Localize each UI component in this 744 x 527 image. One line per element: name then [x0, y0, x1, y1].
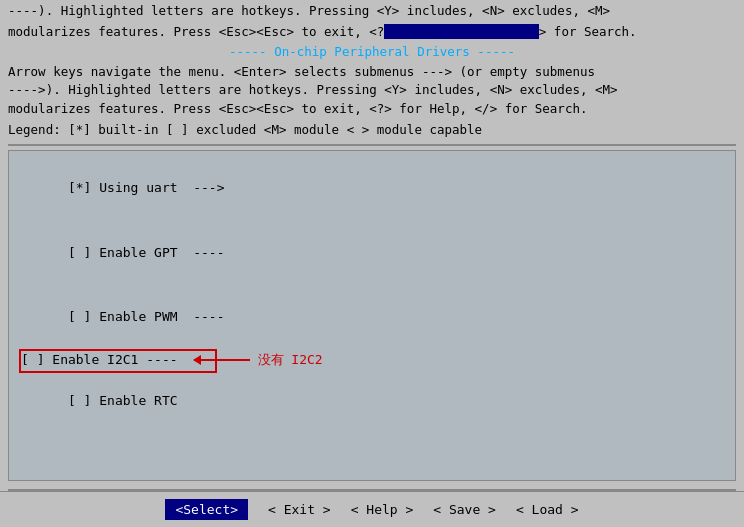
help-button[interactable]: < Help > [351, 502, 414, 517]
arrow-shaft [194, 359, 250, 361]
exit-button[interactable]: < Exit > [268, 502, 331, 517]
menu-item-i2c1-wrapper: [ ] Enable I2C1 ---- 没有 I2C2 [13, 350, 731, 370]
info-line2: ---->). Highlighted letters are hotkeys.… [8, 81, 736, 100]
arrow-head [193, 355, 201, 365]
title-text: On-chip Peripheral Drivers [274, 44, 470, 59]
menu-item-uart[interactable]: [*] Using uart ---> [13, 157, 731, 221]
content-area: [*] Using uart ---> [ ] Enable GPT ---- … [8, 150, 736, 482]
annotation-text: 没有 I2C2 [258, 351, 323, 369]
top-info-line2: modularizes features. Press <Esc><Esc> t… [0, 21, 744, 42]
separator-top [8, 144, 736, 146]
menu-item-gpt[interactable]: [ ] Enable GPT ---- [13, 221, 731, 285]
main-container: ----). Highlighted letters are hotkeys. … [0, 0, 744, 527]
menu-item-pwm[interactable]: [ ] Enable PWM ---- [13, 285, 731, 349]
select-button[interactable]: <Select> [165, 499, 248, 520]
load-button[interactable]: < Load > [516, 502, 579, 517]
search-highlight [384, 24, 539, 39]
menu-item-i2c1[interactable]: [ ] Enable I2C1 ---- [13, 352, 178, 367]
menu-item-rtc[interactable]: [ ] Enable RTC [13, 370, 731, 434]
info-line3: modularizes features. Press <Esc><Esc> t… [8, 100, 736, 119]
info-line1: Arrow keys navigate the menu. <Enter> se… [8, 63, 736, 82]
info-section: Arrow keys navigate the menu. <Enter> se… [0, 61, 744, 144]
arrow-container [194, 359, 250, 361]
bottom-bar: <Select> < Exit > < Help > < Save > < Lo… [0, 491, 744, 527]
legend-line: Legend: [*] built-in [ ] excluded <M> mo… [8, 121, 736, 140]
save-button[interactable]: < Save > [433, 502, 496, 517]
top-info-line1: ----). Highlighted letters are hotkeys. … [0, 0, 744, 21]
section-title: ----- On-chip Peripheral Drivers ----- [0, 44, 744, 59]
annotation-container: 没有 I2C2 [194, 351, 323, 369]
